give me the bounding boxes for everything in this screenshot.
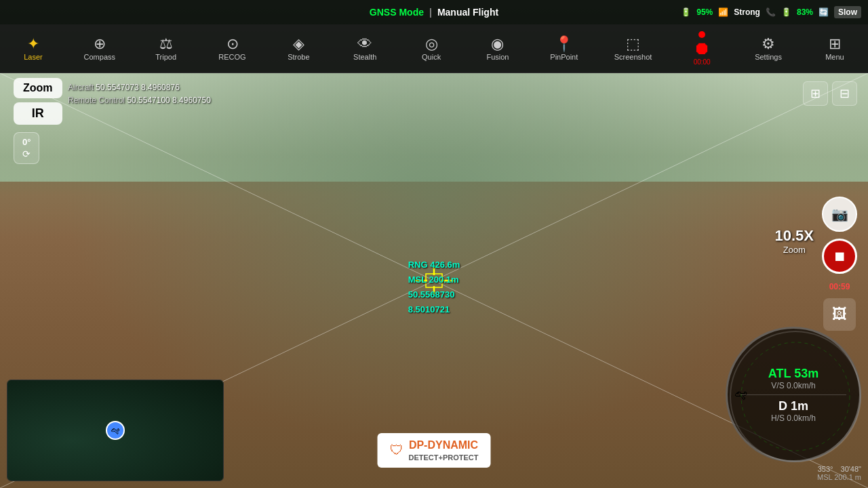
recog-icon: ⊙ bbox=[226, 37, 239, 52]
toolbar-recog[interactable]: ⊙ RECOG bbox=[211, 34, 254, 64]
laser-icon: ✦ bbox=[27, 37, 39, 52]
msl-bottom: MSL 200.1 m bbox=[726, 473, 861, 481]
map-inner: 🛩 bbox=[7, 380, 223, 481]
quick-icon: ◎ bbox=[425, 37, 438, 52]
msl-label: MSL 200.1m bbox=[408, 272, 460, 287]
fusion-icon: ◉ bbox=[491, 37, 504, 52]
pinpoint-label: PinPoint bbox=[550, 53, 578, 61]
compass-icon: ⊕ bbox=[94, 37, 106, 52]
signal-icon: 📶 bbox=[718, 7, 728, 17]
speed-label: Slow bbox=[834, 6, 861, 18]
bearing-info: 30'48" bbox=[841, 465, 861, 473]
toolbar-stealth[interactable]: 👁 Stealth bbox=[343, 34, 387, 64]
zoom-button[interactable]: Zoom bbox=[14, 78, 62, 98]
center-measurement-data: RNG 426.6m MSL 200.1m 50.5568730 8.50107… bbox=[408, 258, 460, 317]
split-view-button[interactable]: ⊞ bbox=[803, 81, 828, 106]
zoom-display: 10.5X Zoom bbox=[775, 227, 814, 255]
battery2-icon: 🔋 bbox=[781, 7, 791, 17]
toolbar-screenshot[interactable]: ⬚ Screenshot bbox=[609, 34, 658, 64]
status-divider: | bbox=[429, 7, 432, 18]
rec-indicator bbox=[698, 31, 705, 38]
record-button[interactable]: ⏹ bbox=[822, 239, 857, 274]
rec-icon: ⏺ bbox=[693, 39, 711, 57]
top-left-controls: Zoom IR bbox=[14, 78, 62, 125]
zoom-label-text: Zoom bbox=[775, 245, 814, 255]
compass-degrees: 353° bbox=[818, 465, 833, 473]
angle-icon: ⟳ bbox=[22, 148, 31, 159]
remote-coords: 50.5547100 8.4960750 bbox=[127, 96, 210, 105]
status-right-icons: 🔋 95% 📶 Strong 📞 🔋 83% 🔄 Slow bbox=[681, 6, 861, 18]
full-view-button[interactable]: ⊟ bbox=[832, 81, 857, 106]
angle-button[interactable]: 0° ⟳ bbox=[14, 132, 39, 164]
battery1-icon: 🔋 bbox=[681, 7, 691, 17]
instrument-circle: ATL 53m V/S 0.0km/h D 1m H/S 0.0km/h 🛩 bbox=[726, 327, 861, 462]
view-toggle-row: ⊞ ⊟ bbox=[803, 81, 857, 106]
screenshot-label: Screenshot bbox=[614, 53, 652, 61]
menu-icon: ⊞ bbox=[829, 37, 841, 52]
sync-icon: 🔄 bbox=[818, 7, 829, 17]
toolbar-quick[interactable]: ◎ Quick bbox=[410, 34, 453, 64]
settings-icon: ⚙ bbox=[762, 37, 775, 52]
gallery-button[interactable]: 🖼 bbox=[823, 298, 856, 331]
ir-button[interactable]: IR bbox=[14, 102, 62, 125]
zoom-value: 10.5X bbox=[775, 227, 814, 245]
rng-label: RNG 426.6m bbox=[408, 258, 460, 272]
settings-label: Settings bbox=[755, 53, 782, 61]
remote-coords-label: Remote Control 50.5547100 8.4960750 bbox=[68, 94, 211, 107]
quick-label: Quick bbox=[422, 53, 441, 61]
laser-label: Laser bbox=[24, 53, 43, 61]
brand-logo: 🛡 DP-DYNAMIC DETECT+PROTECT bbox=[378, 433, 491, 468]
screenshot-icon: ⬚ bbox=[626, 37, 640, 52]
tripod-label: Tripod bbox=[155, 53, 176, 61]
brand-shield-icon: 🛡 bbox=[390, 443, 403, 458]
stealth-label: Stealth bbox=[353, 53, 376, 61]
toolbar-strobe[interactable]: ◈ Strobe bbox=[277, 34, 320, 64]
instrument-panel: ATL 53m V/S 0.0km/h D 1m H/S 0.0km/h 🛩 3… bbox=[726, 327, 861, 481]
rec-time-toolbar: 00:00 bbox=[694, 58, 711, 66]
menu-label: Menu bbox=[825, 53, 844, 61]
battery1-pct: 95% bbox=[696, 7, 713, 17]
tripod-icon: ⚖ bbox=[159, 37, 173, 52]
brand-text: DP-DYNAMIC DETECT+PROTECT bbox=[409, 439, 479, 462]
toolbar-tripod[interactable]: ⚖ Tripod bbox=[144, 34, 188, 64]
strobe-label: Strobe bbox=[288, 53, 309, 61]
gnss-mode-label: GNSS Mode bbox=[370, 7, 424, 18]
aircraft-coords: 50.5547073 8.4960876 bbox=[96, 83, 179, 92]
toolbar-compass[interactable]: ⊕ Compass bbox=[78, 34, 121, 64]
coord-lon: 8.5010721 bbox=[408, 302, 460, 317]
compass-info: 353° 30'48" MSL 200.1 m bbox=[726, 465, 861, 481]
drone-position-dot: 🛩 bbox=[106, 421, 125, 440]
toolbar-menu[interactable]: ⊞ Menu bbox=[813, 34, 856, 64]
compass-label: Compass bbox=[84, 53, 115, 61]
aircraft-coords-label: Aircraft 50.5547073 8.4960876 bbox=[68, 81, 211, 94]
toolbar-settings[interactable]: ⚙ Settings bbox=[747, 34, 790, 64]
signal-strength: Strong bbox=[734, 7, 760, 17]
flight-mode-label: Manual Flight bbox=[437, 7, 498, 18]
toolbar-rec[interactable]: ⏺ 00:00 bbox=[680, 28, 724, 68]
battery2-pct: 83% bbox=[797, 7, 813, 17]
toolbar-pinpoint[interactable]: 📍 PinPoint bbox=[542, 34, 586, 64]
coord-lat: 50.5568730 bbox=[408, 287, 460, 302]
camera-record-buttons: 📷 ⏹ 00:59 🖼 bbox=[822, 197, 857, 331]
brand-dp: DP-DYNAMIC bbox=[409, 439, 478, 451]
toolbar-laser[interactable]: ✦ Laser bbox=[12, 34, 55, 64]
toolbar-fusion[interactable]: ◉ Fusion bbox=[476, 34, 519, 64]
gps-info: Aircraft 50.5547073 8.4960876 Remote Con… bbox=[68, 81, 211, 107]
pinpoint-icon: 📍 bbox=[555, 37, 573, 52]
strobe-icon: ◈ bbox=[293, 37, 304, 52]
svg-point-10 bbox=[741, 342, 850, 451]
call-icon: 📞 bbox=[766, 7, 776, 17]
mini-map: 🛩 bbox=[7, 380, 224, 481]
stealth-icon: 👁 bbox=[357, 37, 372, 52]
aircraft-label: Aircraft bbox=[68, 83, 96, 92]
angle-value: 0° bbox=[22, 137, 31, 147]
remote-label: Remote Control bbox=[68, 96, 127, 105]
right-view-controls: ⊞ ⊟ bbox=[803, 81, 857, 106]
brand-box: 🛡 DP-DYNAMIC DETECT+PROTECT bbox=[378, 433, 491, 468]
photo-button[interactable]: 📷 bbox=[822, 197, 857, 232]
brand-subtitle: DETECT+PROTECT bbox=[409, 453, 479, 462]
rec-timer-display: 00:59 bbox=[829, 282, 850, 291]
recog-label: RECOG bbox=[218, 53, 245, 61]
toolbar: ✦ Laser ⊕ Compass ⚖ Tripod ⊙ RECOG ◈ Str… bbox=[0, 24, 868, 73]
svg-point-9 bbox=[730, 331, 861, 462]
